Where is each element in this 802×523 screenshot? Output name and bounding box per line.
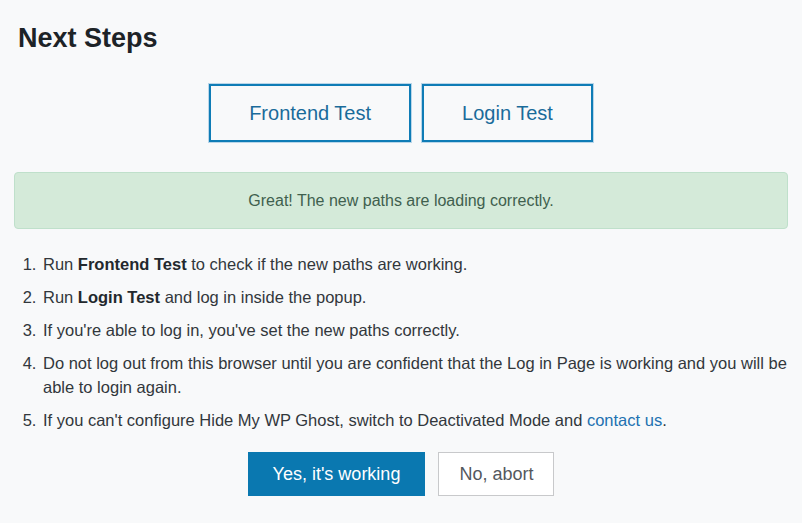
step-item-1: Run Frontend Test to check if the new pa… [41,252,788,276]
login-test-reference: Login Test [78,288,160,306]
step-text: and log in inside the popup. [160,288,366,306]
success-alert: Great! The new paths are loading correct… [14,172,788,229]
frontend-test-reference: Frontend Test [78,255,187,273]
frontend-test-button[interactable]: Frontend Test [209,84,411,142]
step-text: If you can't configure Hide My WP Ghost,… [43,411,587,429]
test-buttons-row: Frontend Test Login Test [14,84,788,142]
step-text: . [662,411,667,429]
abort-button[interactable]: No, abort [438,452,554,496]
step-text: If you're able to log in, you've set the… [43,321,460,339]
step-text: Do not log out from this browser until y… [43,354,787,396]
step-item-5: If you can't configure Hide My WP Ghost,… [41,408,788,432]
page-title: Next Steps [14,0,788,54]
login-test-button[interactable]: Login Test [422,84,593,142]
steps-list: Run Frontend Test to check if the new pa… [14,252,788,432]
step-item-2: Run Login Test and log in inside the pop… [41,285,788,309]
step-text: to check if the new paths are working. [187,255,468,273]
next-steps-panel: Next Steps Frontend Test Login Test Grea… [0,0,802,523]
success-alert-message: Great! The new paths are loading correct… [248,192,553,209]
step-item-4: Do not log out from this browser until y… [41,351,788,399]
step-text: Run [43,255,78,273]
confirm-actions-row: Yes, it's working No, abort [14,452,788,496]
confirm-working-button[interactable]: Yes, it's working [248,452,426,496]
step-text: Run [43,288,78,306]
contact-us-link[interactable]: contact us [587,411,662,429]
step-item-3: If you're able to log in, you've set the… [41,318,788,342]
